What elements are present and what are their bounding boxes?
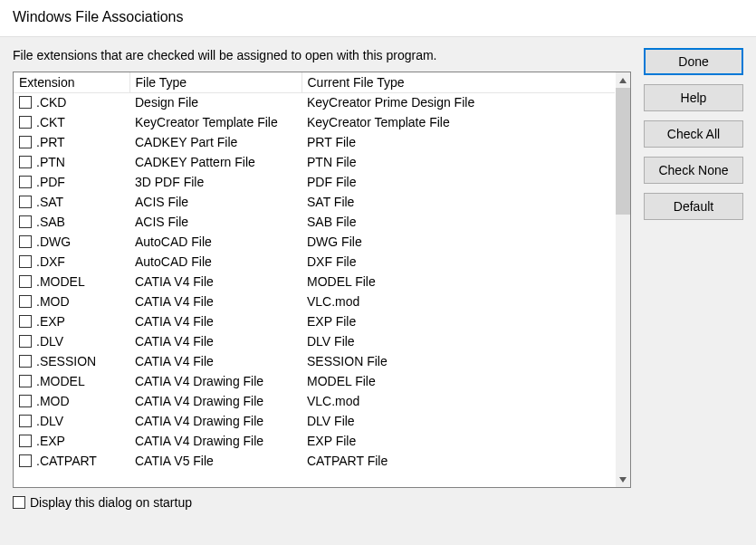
table-row[interactable]: .PRTCADKEY Part FilePRT File [14,132,615,152]
table-row[interactable]: .MODCATIA V4 FileVLC.mod [14,292,615,311]
current-file-type-text: VLC.mod [301,292,615,311]
row-checkbox[interactable] [19,275,32,288]
current-file-type-text: EXP File [301,311,615,331]
button-panel: Done Help Check All Check None Default [644,48,743,510]
column-header-current-file-type[interactable]: Current File Type [301,72,615,92]
extension-text: .MODEL [36,274,85,289]
row-checkbox[interactable] [19,454,32,467]
current-file-type-text: PRT File [301,132,615,152]
default-button[interactable]: Default [644,193,743,220]
row-checkbox[interactable] [19,176,32,188]
row-checkbox[interactable] [19,156,32,168]
row-checkbox[interactable] [19,355,32,368]
current-file-type-text: MODEL File [301,371,615,391]
table-row[interactable]: .CKTKeyCreator Template FileKeyCreator T… [14,112,615,132]
file-type-text: CATIA V4 File [129,272,301,292]
table-row[interactable]: .PTNCADKEY Pattern FilePTN File [14,152,615,172]
help-button[interactable]: Help [644,84,743,111]
row-checkbox[interactable] [19,116,32,129]
file-type-text: CATIA V4 File [129,311,301,331]
current-file-type-text: MODEL File [301,272,615,292]
row-checkbox[interactable] [19,395,32,407]
done-button[interactable]: Done [644,48,743,75]
current-file-type-text: DXF File [301,252,615,272]
scroll-up-icon[interactable] [616,72,630,88]
current-file-type-text: PDF File [301,172,615,192]
extension-text: .MOD [36,294,70,309]
current-file-type-text: KeyCreator Template File [301,112,615,132]
extension-text: .EXP [36,434,65,448]
dialog-body: File extensions that are checked will be… [0,36,756,545]
extension-text: .PDF [36,175,65,189]
table-row[interactable]: .MODCATIA V4 Drawing FileVLC.mod [14,391,615,411]
column-header-extension[interactable]: Extension [14,72,129,92]
extension-text: .CKD [36,95,66,110]
vertical-scrollbar[interactable] [615,72,630,487]
extension-text: .SAT [36,195,63,209]
current-file-type-text: EXP File [301,431,615,451]
scroll-down-icon[interactable] [616,472,630,487]
table-row[interactable]: .SESSIONCATIA V4 FileSESSION File [14,351,615,371]
file-type-text: CATIA V4 Drawing File [129,431,301,451]
table-row[interactable]: .MODELCATIA V4 FileMODEL File [14,272,615,292]
table-row[interactable]: .CKDDesign FileKeyCreator Prime Design F… [14,92,615,112]
table-row[interactable]: .EXPCATIA V4 FileEXP File [14,311,615,331]
file-type-text: CATIA V4 File [129,351,301,371]
file-type-text: KeyCreator Template File [129,112,301,132]
table-row[interactable]: .DWGAutoCAD FileDWG File [14,232,615,252]
current-file-type-text: SAT File [301,192,615,212]
file-type-text: Design File [129,92,301,112]
dialog-title: Windows File Associations [0,0,756,36]
file-type-text: CATIA V4 Drawing File [129,411,301,431]
row-checkbox[interactable] [19,415,32,427]
extension-text: .DWG [36,234,71,249]
check-none-button[interactable]: Check None [644,157,743,184]
current-file-type-text: PTN File [301,152,615,172]
extension-text: .CKT [36,115,65,129]
row-checkbox[interactable] [19,136,32,148]
scroll-track[interactable] [616,88,630,472]
table-row[interactable]: .DLVCATIA V4 FileDLV File [14,331,615,351]
table-row[interactable]: .SATACIS FileSAT File [14,192,615,212]
row-checkbox[interactable] [19,435,32,447]
row-checkbox[interactable] [19,315,32,328]
row-checkbox[interactable] [19,215,32,228]
extension-text: .CATPART [36,454,97,468]
row-checkbox[interactable] [19,196,32,208]
file-type-text: AutoCAD File [129,252,301,272]
startup-checkbox-label[interactable]: Display this dialog on startup [30,495,192,510]
dialog-window: Windows File Associations File extension… [0,0,756,545]
extension-text: .MODEL [36,374,85,388]
file-type-text: 3D PDF File [129,172,301,192]
row-checkbox[interactable] [19,235,32,248]
current-file-type-text: KeyCreator Prime Design File [301,92,615,112]
row-checkbox[interactable] [19,295,32,308]
current-file-type-text: DLV File [301,331,615,351]
table-row[interactable]: .CATPARTCATIA V5 FileCATPART File [14,451,615,471]
file-type-text: ACIS File [129,192,301,212]
check-all-button[interactable]: Check All [644,120,743,148]
table-row[interactable]: .MODELCATIA V4 Drawing FileMODEL File [14,371,615,391]
file-type-text: CADKEY Part File [129,132,301,152]
column-header-file-type[interactable]: File Type [129,72,301,92]
scroll-thumb[interactable] [616,88,630,215]
extension-text: .DLV [36,414,63,428]
extension-text: .PTN [36,155,65,169]
current-file-type-text: VLC.mod [301,391,615,411]
current-file-type-text: DWG File [301,232,615,252]
table-row[interactable]: .EXPCATIA V4 Drawing FileEXP File [14,431,615,451]
startup-checkbox[interactable] [13,496,25,509]
file-type-text: CATIA V4 File [129,331,301,351]
intro-text: File extensions that are checked will be… [13,48,631,62]
table-row[interactable]: .PDF3D PDF FilePDF File [14,172,615,192]
file-type-text: CATIA V4 File [129,292,301,311]
file-type-text: CATIA V5 File [129,451,301,471]
row-checkbox[interactable] [19,375,32,387]
row-checkbox[interactable] [19,255,32,268]
extension-text: .DXF [36,254,65,269]
table-row[interactable]: .DLVCATIA V4 Drawing FileDLV File [14,411,615,431]
table-row[interactable]: .SABACIS FileSAB File [14,212,615,232]
row-checkbox[interactable] [19,335,32,348]
table-row[interactable]: .DXFAutoCAD FileDXF File [14,252,615,272]
row-checkbox[interactable] [19,96,32,109]
